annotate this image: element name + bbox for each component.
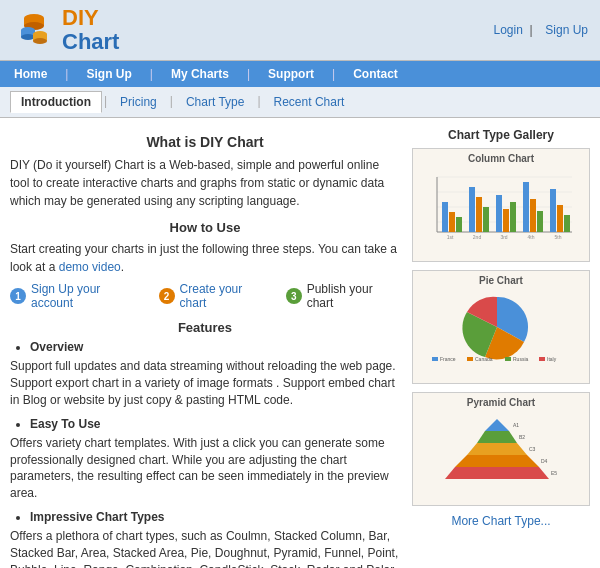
- more-chart-types-link[interactable]: More Chart Type...: [412, 514, 590, 528]
- tab-sep1: |: [102, 91, 109, 113]
- step3-num: 3: [286, 288, 302, 304]
- gallery-column-chart: Column Chart: [412, 148, 590, 262]
- logo: DIY Chart: [12, 6, 119, 54]
- tab-sep3: |: [255, 91, 262, 113]
- svg-marker-49: [455, 455, 539, 467]
- svg-rect-23: [503, 209, 509, 232]
- svg-text:5th: 5th: [555, 234, 562, 240]
- pie-chart-label: Pie Chart: [417, 275, 585, 286]
- main-title: What is DIY Chart: [10, 134, 400, 150]
- step-1: 1 Sign Up your account: [10, 282, 143, 310]
- logo-icon: [12, 8, 56, 52]
- feature-easy-desc: Offers variety chart templates. With jus…: [10, 435, 400, 502]
- svg-rect-22: [496, 195, 502, 232]
- svg-rect-20: [476, 197, 482, 232]
- pie-chart-svg: France Canada Russia Italy: [417, 289, 577, 369]
- pyramid-chart-label: Pyramid Chart: [417, 397, 585, 408]
- svg-text:4th: 4th: [528, 234, 535, 240]
- tab-pricing[interactable]: Pricing: [109, 91, 168, 113]
- step1-num: 1: [10, 288, 26, 304]
- svg-marker-48: [467, 443, 527, 455]
- step2-link[interactable]: Create your chart: [180, 282, 270, 310]
- step-3: 3 Publish your chart: [286, 282, 400, 310]
- logo-text: DIY Chart: [62, 6, 119, 54]
- intro-text: DIY (Do it yourself) Chart is a Web-base…: [10, 156, 400, 210]
- demo-video-link[interactable]: demo video: [59, 260, 121, 274]
- column-chart-svg: 1st 2nd 3rd 4th 5th: [417, 167, 577, 247]
- pie-chart-canvas: France Canada Russia Italy: [417, 289, 577, 379]
- tab-charttype[interactable]: Chart Type: [175, 91, 255, 113]
- step-2: 2 Create your chart: [159, 282, 270, 310]
- svg-text:2nd: 2nd: [473, 234, 482, 240]
- feature-overview-title: Overview: [30, 340, 400, 354]
- how-to-use-intro: Start creating your charts in just the f…: [10, 240, 400, 276]
- svg-text:Russia: Russia: [513, 356, 529, 362]
- svg-text:D4: D4: [541, 458, 548, 464]
- svg-text:3rd: 3rd: [500, 234, 507, 240]
- feature-charttypes: Impressive Chart Types Offers a plethora…: [10, 510, 400, 568]
- feature-charttypes-title: Impressive Chart Types: [30, 510, 400, 524]
- nav-sep1: |: [65, 67, 68, 81]
- nav-contact[interactable]: Contact: [349, 65, 402, 83]
- svg-marker-50: [445, 467, 549, 479]
- tabs: Introduction | Pricing | Chart Type | Re…: [0, 87, 600, 118]
- svg-rect-28: [550, 189, 556, 232]
- signup-link[interactable]: Sign Up: [545, 23, 588, 37]
- svg-rect-16: [442, 202, 448, 232]
- svg-rect-39: [467, 357, 473, 361]
- nav-home[interactable]: Home: [10, 65, 51, 83]
- svg-point-5: [21, 34, 35, 40]
- column-chart-label: Column Chart: [417, 153, 585, 164]
- svg-rect-26: [530, 199, 536, 232]
- svg-rect-29: [557, 205, 563, 232]
- feature-overview-desc: Support full updates and data streaming …: [10, 358, 400, 408]
- nav-sep3: |: [247, 67, 250, 81]
- step1-link[interactable]: Sign Up your account: [31, 282, 143, 310]
- step2-num: 2: [159, 288, 175, 304]
- feature-overview: Overview Support full updates and data s…: [10, 340, 400, 408]
- svg-point-8: [33, 38, 47, 44]
- header: DIY Chart Login | Sign Up: [0, 0, 600, 61]
- svg-rect-18: [456, 217, 462, 232]
- feature-easy: Easy To Use Offers variety chart templat…: [10, 417, 400, 502]
- svg-rect-17: [449, 212, 455, 232]
- tab-sep2: |: [168, 91, 175, 113]
- header-links: Login | Sign Up: [487, 23, 588, 37]
- main: What is DIY Chart DIY (Do it yourself) C…: [0, 118, 600, 568]
- svg-text:C3: C3: [529, 446, 536, 452]
- nav-sep4: |: [332, 67, 335, 81]
- tab-introduction[interactable]: Introduction: [10, 91, 102, 113]
- svg-text:1st: 1st: [447, 234, 454, 240]
- how-to-use-title: How to Use: [10, 220, 400, 235]
- svg-rect-27: [537, 211, 543, 232]
- svg-rect-25: [523, 182, 529, 232]
- pyramid-chart-svg: A1 B2 C3 D4 E5: [417, 411, 577, 491]
- feature-charttypes-desc: Offers a plethora of chart types, such a…: [10, 528, 400, 568]
- gallery-pie-chart: Pie Chart France Cana: [412, 270, 590, 384]
- nav-signup[interactable]: Sign Up: [82, 65, 135, 83]
- svg-rect-41: [505, 357, 511, 361]
- svg-text:A1: A1: [513, 422, 519, 428]
- content-area: What is DIY Chart DIY (Do it yourself) C…: [10, 128, 400, 568]
- navbar: Home | Sign Up | My Charts | Support | C…: [0, 61, 600, 87]
- svg-rect-30: [564, 215, 570, 232]
- column-chart-canvas: 1st 2nd 3rd 4th 5th: [417, 167, 577, 257]
- svg-text:B2: B2: [519, 434, 525, 440]
- sidebar-title: Chart Type Gallery: [412, 128, 590, 142]
- svg-rect-21: [483, 207, 489, 232]
- svg-text:Italy: Italy: [547, 356, 557, 362]
- svg-rect-24: [510, 202, 516, 232]
- svg-text:E5: E5: [551, 470, 557, 476]
- svg-text:Canada: Canada: [475, 356, 493, 362]
- step3-text: Publish your chart: [307, 282, 400, 310]
- login-link[interactable]: Login: [493, 23, 522, 37]
- nav-support[interactable]: Support: [264, 65, 318, 83]
- gallery-pyramid-chart: Pyramid Chart A1 B2: [412, 392, 590, 506]
- steps: 1 Sign Up your account 2 Create your cha…: [10, 282, 400, 310]
- tab-recentchart[interactable]: Recent Chart: [263, 91, 356, 113]
- sidebar: Chart Type Gallery Column Chart: [412, 128, 590, 568]
- feature-easy-title: Easy To Use: [30, 417, 400, 431]
- nav-mycharts[interactable]: My Charts: [167, 65, 233, 83]
- svg-rect-43: [539, 357, 545, 361]
- svg-rect-37: [432, 357, 438, 361]
